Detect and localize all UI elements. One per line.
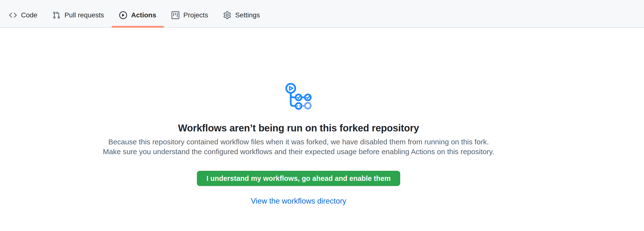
tab-code[interactable]: Code xyxy=(2,0,45,27)
tab-projects-label: Projects xyxy=(184,12,208,19)
repo-tabbar: Code Pull requests Actions Projects Sett… xyxy=(0,0,644,28)
gear-icon xyxy=(223,11,231,19)
tab-pull-requests-label: Pull requests xyxy=(64,12,104,19)
blankslate-description: Because this repository contained workfl… xyxy=(100,137,498,157)
tab-code-label: Code xyxy=(21,12,38,19)
tab-actions-label: Actions xyxy=(131,12,156,19)
play-icon xyxy=(119,11,127,19)
actions-blankslate: Workflows aren’t being run on this forke… xyxy=(0,28,597,205)
code-icon xyxy=(9,11,17,19)
tab-projects[interactable]: Projects xyxy=(164,0,216,27)
blankslate-heading: Workflows aren’t being run on this forke… xyxy=(178,123,419,134)
view-workflows-directory-link[interactable]: View the workflows directory xyxy=(251,197,346,205)
tab-settings-label: Settings xyxy=(235,12,260,19)
enable-workflows-button[interactable]: I understand my workflows, go ahead and … xyxy=(197,171,400,186)
tab-pull-requests[interactable]: Pull requests xyxy=(45,0,112,27)
git-pull-request-icon xyxy=(52,11,60,19)
tab-settings[interactable]: Settings xyxy=(216,0,268,27)
project-icon xyxy=(172,11,179,19)
tab-actions[interactable]: Actions xyxy=(112,0,164,27)
workflow-graph-illustration xyxy=(285,83,312,110)
active-tab-underline xyxy=(112,26,164,28)
